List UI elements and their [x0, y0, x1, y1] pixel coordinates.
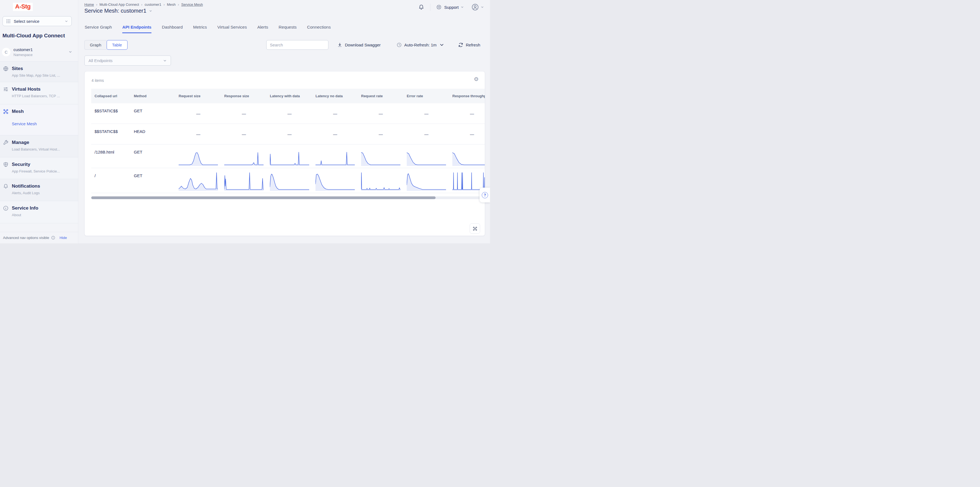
empty-value-dash: — [407, 132, 446, 136]
sparkline-chart [179, 151, 218, 166]
user-menu[interactable] [471, 3, 484, 11]
cell-collapsed-url: /128B.html [91, 144, 134, 168]
horizontal-scrollbar-track[interactable] [91, 197, 485, 199]
endpoint-filter-select[interactable]: All Endpoints [84, 56, 171, 66]
hide-advanced-nav-link[interactable]: Hide [60, 236, 67, 240]
sparkline-chart [452, 151, 485, 166]
top-right-actions: Support [418, 3, 484, 11]
sparkline-chart [270, 151, 309, 166]
table-settings-gear-icon[interactable]: ⚙ [474, 76, 479, 82]
toggle-table-button[interactable]: Table [107, 40, 127, 50]
sidebar-item-head: Mesh [3, 109, 75, 114]
info-icon [51, 236, 55, 240]
column-header-collapsed-url: Collapsed url [91, 89, 134, 103]
download-swagger-button[interactable]: Download Swagger [337, 40, 380, 50]
select-service-dropdown[interactable]: Select service [3, 16, 72, 26]
mesh-icon [3, 109, 8, 114]
namespace-selector[interactable]: C customer1 Namespace [2, 45, 76, 59]
sparkline-response-size [224, 144, 270, 168]
sparkline-latency-no-data [315, 144, 361, 168]
chevron-down-icon[interactable] [149, 10, 152, 13]
lifebuoy-icon [436, 5, 442, 10]
select-service-label: Select service [14, 19, 65, 24]
sidebar-item-mesh[interactable]: MeshService Mesh [0, 104, 78, 135]
sidebar-item-virtual-hosts[interactable]: Virtual HostsHTTP Load Balancers, TCP ..… [0, 82, 78, 104]
sparkline-chart [452, 172, 485, 191]
tab-dashboard[interactable]: Dashboard [162, 25, 183, 33]
auto-refresh-dropdown[interactable]: Auto-Refresh: 1m [396, 40, 444, 50]
column-header-error-rate: Error rate [407, 89, 452, 103]
column-header-request-rate: Request rate [361, 89, 407, 103]
sparkline-chart [224, 151, 264, 166]
wrench-icon [3, 140, 8, 145]
page-title: Service Mesh: customer1 [84, 8, 146, 14]
breadcrumb-item-home[interactable]: Home [84, 3, 94, 6]
support-menu[interactable]: Support [436, 5, 464, 10]
sidebar-item-service-info[interactable]: Service InfoAbout [0, 201, 78, 223]
empty-value-dash: — [315, 111, 355, 116]
tab-api-endpoints[interactable]: API Endpoints [122, 25, 151, 33]
tab-connections[interactable]: Connections [307, 25, 331, 33]
cell-empty-latency-with-data: — [270, 124, 315, 144]
empty-value-dash: — [224, 111, 264, 116]
graph-view-button[interactable] [470, 223, 480, 234]
breadcrumb-item-service-mesh[interactable]: Service Mesh [181, 3, 203, 6]
breadcrumb-item-mesh[interactable]: Mesh [167, 3, 176, 6]
breadcrumb-item-customer1[interactable]: customer1 [145, 3, 161, 6]
sidebar-item-manage[interactable]: ManageLoad Balancers, Virtual Host... [0, 135, 78, 157]
breadcrumb-item-multi-cloud-app-connect[interactable]: Multi-Cloud App Connect [100, 3, 139, 6]
horizontal-scrollbar-thumb[interactable] [91, 197, 436, 199]
sparkline-request-size [179, 144, 224, 168]
column-header-method: Method [134, 89, 179, 103]
tab-metrics[interactable]: Metrics [193, 25, 207, 33]
bell-icon [3, 184, 8, 189]
sidebar-item-label: Sites [12, 66, 23, 71]
search-input[interactable] [266, 40, 328, 50]
endpoints-table-card: 4 items ⚙ Collapsed urlMethodRequest siz… [84, 71, 485, 236]
cell-empty-latency-with-data: — [270, 103, 315, 124]
tab-bar: Service GraphAPI EndpointsDashboardMetri… [84, 25, 331, 33]
empty-value-dash: — [452, 111, 485, 116]
empty-value-dash: — [179, 132, 218, 136]
breadcrumb-separator: › [178, 3, 179, 6]
tab-alerts[interactable]: Alerts [257, 25, 268, 33]
sparkline-error-rate [407, 168, 452, 193]
refresh-button[interactable]: Refresh [458, 40, 480, 50]
sparkline-latency-with-data [270, 144, 315, 168]
cell-empty-request-rate: — [361, 103, 407, 124]
sidebar-sublink-service-mesh[interactable]: Service Mesh [12, 121, 75, 126]
endpoints-table: Collapsed urlMethodRequest sizeResponse … [91, 89, 485, 193]
toggle-graph-button[interactable]: Graph [84, 40, 107, 50]
tab-requests[interactable]: Requests [278, 25, 296, 33]
sidebar-item-label: Service Info [12, 205, 38, 211]
tab-service-graph[interactable]: Service Graph [84, 25, 112, 33]
cell-empty-latency-no-data: — [315, 124, 361, 144]
page-title-row: Service Mesh: customer1 [84, 8, 152, 14]
empty-value-dash: — [407, 111, 446, 116]
sidebar-item-head: Notifications [3, 184, 75, 189]
table-row: /GET [91, 168, 485, 193]
sidebar-item-label: Mesh [12, 109, 24, 114]
cell-collapsed-url: $$STATIC$$ [91, 124, 134, 144]
sidebar-item-head: Manage [3, 140, 75, 145]
clock-icon [396, 42, 402, 48]
sidebar-item-notifications[interactable]: NotificationsAlerts, Audit Logs [0, 179, 78, 201]
chevron-down-icon [439, 42, 444, 48]
sidebar-item-sites[interactable]: SitesApp Site Map, App Site List, ... [0, 61, 78, 82]
empty-value-dash: — [361, 132, 401, 136]
notifications-bell-icon[interactable] [418, 4, 424, 10]
sidebar-item-head: Service Info [3, 205, 75, 211]
sidebar-item-security[interactable]: SecurityApp Firewall, Service Policie... [0, 157, 78, 179]
sidebar-item-head: Virtual Hosts [3, 87, 75, 92]
sparkline-latency-with-data [270, 168, 315, 193]
column-header-response-throughput: Response throughput [452, 89, 485, 103]
sidebar-item-subtitle: Alerts, Audit Logs [12, 191, 75, 195]
namespace-name: customer1 [13, 47, 68, 52]
sparkline-chart [179, 172, 218, 191]
sidebar-item-subtitle: HTTP Load Balancers, TCP ... [12, 94, 75, 98]
sidebar-nav: SitesApp Site Map, App Site List, ...Vir… [0, 61, 78, 223]
tab-virtual-services[interactable]: Virtual Services [217, 25, 247, 33]
cell-empty-response-size: — [224, 103, 270, 124]
help-button[interactable]: ? [480, 187, 490, 202]
cell-empty-response-size: — [224, 124, 270, 144]
